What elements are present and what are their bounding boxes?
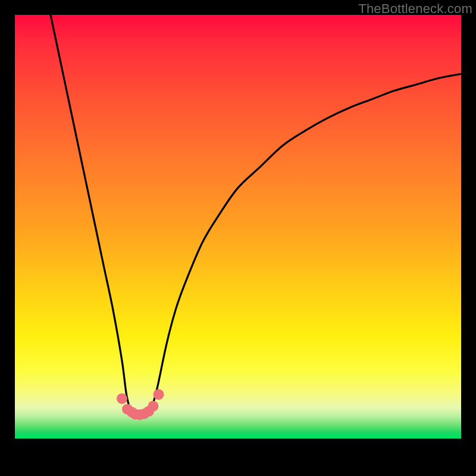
valley-dots-group	[117, 389, 164, 420]
valley-dot	[148, 401, 159, 412]
chart-frame	[15, 15, 461, 461]
bottleneck-curve	[51, 15, 461, 416]
valley-dot	[154, 389, 164, 400]
valley-dot	[117, 393, 127, 404]
chart-svg	[15, 15, 461, 461]
